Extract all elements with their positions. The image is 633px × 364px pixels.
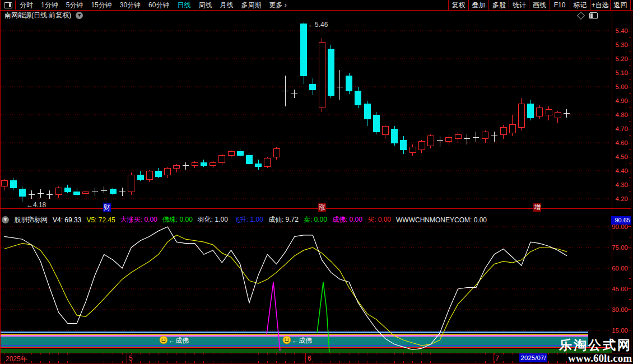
svg-text:←4.18: ←4.18 <box>26 201 46 209</box>
ticker-char-1: 涨 <box>318 203 326 212</box>
toolbar-button-0[interactable]: 复权 <box>448 0 468 10</box>
indicator-current-value: 90.65 <box>611 216 631 225</box>
price-label-5.00: 5.00 <box>612 83 628 91</box>
period-tab-8[interactable]: 月线 <box>220 1 233 10</box>
signal-label: ←成佛 <box>292 336 312 346</box>
year-label: 2025年 <box>6 354 27 364</box>
watermark-url: www.60lt.com <box>559 352 632 364</box>
period-tab-7[interactable]: 周线 <box>198 1 212 10</box>
layout-split-icon[interactable] <box>4 2 12 8</box>
indicator-field-11: WWWCHNMONEYCOM: 0.00 <box>396 216 487 224</box>
buddha-signal-1: ←成佛 <box>282 335 291 346</box>
title-bar-icons <box>578 12 598 19</box>
price-label-4.70: 4.70 <box>612 125 628 133</box>
watermark-site-name: 乐淘公式网 <box>559 338 632 352</box>
indicator-field-5: 羽化: 1.00 <box>198 216 228 224</box>
smiley-icon <box>159 335 168 344</box>
period-tab-9[interactable]: 多周期 <box>241 1 261 10</box>
month-label-5: 5 <box>129 354 133 362</box>
indicator-header: ▼ 股朋指标网V4: 69.33V5: 72.45大涨买: 0.00佛珠: 0.… <box>0 216 608 224</box>
indicator-label-15.00: 15.00 <box>612 326 628 334</box>
toolbar-button-5[interactable]: F10 <box>550 0 570 10</box>
period-tab-0[interactable]: 分时 <box>20 1 33 10</box>
last-date-box: 2025/07/ <box>519 353 547 362</box>
indicator-label-30.00: 30.00 <box>612 306 628 314</box>
period-tab-6[interactable]: 日线 <box>177 1 190 10</box>
chart-canvas: ←5.46←4.18 <box>0 0 633 364</box>
period-tab-3[interactable]: 15分钟 <box>91 1 111 10</box>
signal-label: ←成佛 <box>169 336 189 346</box>
toolbar-button-6[interactable]: 标记 <box>570 0 590 10</box>
indicator-label-45.00: 45.00 <box>612 285 628 293</box>
indicator-field-8: 卖: 0.00 <box>304 216 327 224</box>
page-title: 南网能源(日线.前复权) <box>4 11 71 20</box>
ticker-char-2: 增 <box>533 203 541 212</box>
price-label-4.30: 4.30 <box>612 181 628 189</box>
price-label-4.50: 4.50 <box>612 153 628 161</box>
diamond-icon[interactable] <box>577 12 585 20</box>
indicator-field-1: V4: 69.33 <box>53 216 81 224</box>
indicator-label-75.00: 75.00 <box>612 244 628 251</box>
month-label-6: 6 <box>308 354 311 362</box>
price-label-4.80: 4.80 <box>612 111 628 119</box>
toolbar-divider <box>15 1 16 10</box>
toolbar-right-buttons: 复权叠加多股统计画线F10标记+自选返回 <box>448 0 631 10</box>
app-window: ←5.46←4.18 分时1分钟5分钟15分钟30分钟60分钟日线周线月线多周期… <box>0 0 633 364</box>
price-label-4.60: 4.60 <box>612 139 628 147</box>
indicator-field-7: 成仙: 9.72 <box>268 216 299 224</box>
toolbar-button-3[interactable]: 统计 <box>509 0 529 10</box>
pane-icon[interactable] <box>589 12 598 19</box>
collapse-chevron-icon[interactable]: ▼ <box>2 216 9 223</box>
price-label-5.20: 5.20 <box>612 55 628 63</box>
smiley-icon <box>282 335 291 344</box>
price-label-4.40: 4.40 <box>612 167 628 175</box>
toolbar-button-7[interactable]: +自选 <box>590 0 610 10</box>
indicator-field-6: 飞升: 1.00 <box>233 216 263 224</box>
svg-text:←5.46: ←5.46 <box>308 21 328 29</box>
chevron-down-icon[interactable]: ▼ <box>76 12 83 19</box>
period-tab-4[interactable]: 30分钟 <box>120 1 141 10</box>
period-tab-1[interactable]: 1分钟 <box>41 1 58 10</box>
price-label-5.10: 5.10 <box>612 69 628 77</box>
price-label-4.20: 4.20 <box>612 195 628 203</box>
indicator-field-4: 佛珠: 0.00 <box>162 216 193 224</box>
period-tab-10[interactable]: 更多 › <box>269 1 286 10</box>
price-label-4.90: 4.90 <box>612 97 628 105</box>
indicator-field-2: V5: 72.45 <box>86 216 115 224</box>
indicator-field-3: 大涨买: 0.00 <box>120 216 157 224</box>
indicator-label-60.00: 60.00 <box>612 264 628 272</box>
period-tab-5[interactable]: 60分钟 <box>148 1 169 10</box>
indicator-field-0: 股朋指标网 <box>14 216 48 224</box>
toolbar-button-2[interactable]: 多股 <box>488 0 509 10</box>
indicator-field-10: 买: 0.00 <box>367 216 391 224</box>
toolbar-button-4[interactable]: 画线 <box>529 0 549 10</box>
title-bar: 南网能源(日线.前复权) ▼ <box>0 11 611 20</box>
month-label-7: 7 <box>495 354 499 362</box>
toolbar-button-1[interactable]: 叠加 <box>468 0 488 10</box>
toolbar-button-8[interactable]: 返回 <box>610 0 631 10</box>
price-label-5.40: 5.40 <box>612 27 628 35</box>
buddha-signal-0: ←成佛 <box>159 335 168 346</box>
watermark: 乐淘公式网 www.60lt.com <box>559 338 632 364</box>
ticker-char-0: 财 <box>103 203 111 212</box>
price-label-5.30: 5.30 <box>612 41 628 49</box>
toolbar-divider <box>0 1 1 10</box>
period-tab-2[interactable]: 5分钟 <box>66 1 83 10</box>
indicator-field-9: 成佛: 0.00 <box>332 216 362 224</box>
